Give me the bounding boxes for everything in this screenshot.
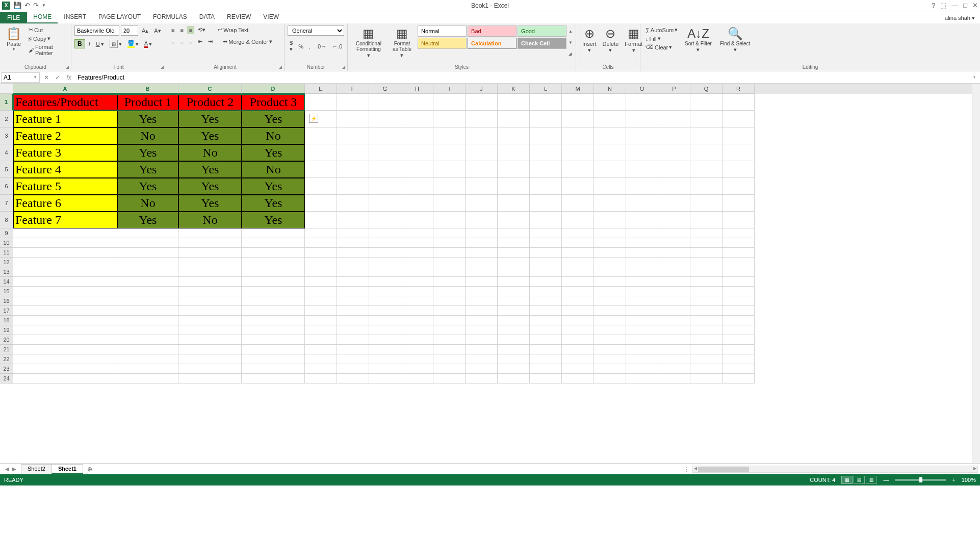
cell-Q1[interactable] bbox=[690, 94, 723, 111]
zoom-level[interactable]: 100% bbox=[962, 477, 976, 483]
cell-P7[interactable] bbox=[658, 195, 690, 212]
vertical-scrollbar[interactable] bbox=[972, 84, 980, 463]
cell-A6[interactable]: Feature 5 bbox=[13, 178, 117, 195]
cell-K22[interactable] bbox=[498, 354, 530, 364]
cell-M6[interactable] bbox=[562, 178, 594, 195]
cell-L24[interactable] bbox=[530, 374, 562, 383]
percent-button[interactable]: % bbox=[296, 42, 305, 50]
column-header-J[interactable]: J bbox=[466, 84, 498, 94]
cell-G22[interactable] bbox=[369, 354, 401, 364]
column-header-B[interactable]: B bbox=[117, 84, 178, 94]
cell-M1[interactable] bbox=[562, 94, 594, 111]
cell-B9[interactable] bbox=[117, 228, 178, 238]
cell-O7[interactable] bbox=[626, 195, 658, 212]
fill-color-button[interactable]: 🪣▾ bbox=[125, 39, 141, 49]
column-header-E[interactable]: E bbox=[305, 84, 337, 94]
cell-O15[interactable] bbox=[626, 287, 658, 296]
cell-H1[interactable] bbox=[401, 94, 433, 111]
cell-F5[interactable] bbox=[337, 161, 369, 178]
page-break-view-button[interactable]: ▥ bbox=[866, 476, 877, 484]
cell-J23[interactable] bbox=[466, 364, 498, 374]
cancel-formula-icon[interactable]: ✕ bbox=[41, 74, 52, 81]
normal-view-button[interactable]: ▦ bbox=[841, 476, 853, 484]
cells-area[interactable]: Features/ProductProduct 1Product 2Produc… bbox=[13, 94, 972, 463]
cell-D11[interactable] bbox=[242, 248, 305, 258]
cell-I11[interactable] bbox=[433, 248, 466, 258]
cell-O21[interactable] bbox=[626, 345, 658, 354]
cell-K16[interactable] bbox=[498, 296, 530, 306]
minimize-icon[interactable]: — bbox=[951, 2, 958, 9]
cell-B15[interactable] bbox=[117, 287, 178, 296]
cell-Q18[interactable] bbox=[690, 316, 723, 325]
cell-C6[interactable]: Yes bbox=[178, 178, 242, 195]
cell-O16[interactable] bbox=[626, 296, 658, 306]
formula-input[interactable] bbox=[74, 74, 969, 81]
cell-D1[interactable]: Product 3 bbox=[242, 94, 305, 111]
cell-P11[interactable] bbox=[658, 248, 690, 258]
cell-K24[interactable] bbox=[498, 374, 530, 383]
font-launcher-icon[interactable]: ◢ bbox=[161, 65, 164, 69]
cell-D7[interactable]: Yes bbox=[242, 195, 305, 212]
cell-P8[interactable] bbox=[658, 212, 690, 228]
cell-D10[interactable] bbox=[242, 238, 305, 248]
align-top-button[interactable]: ≡ bbox=[169, 26, 176, 34]
align-middle-button[interactable]: ≡ bbox=[178, 26, 185, 34]
cell-O24[interactable] bbox=[626, 374, 658, 383]
cell-N14[interactable] bbox=[594, 277, 626, 287]
close-icon[interactable]: ✕ bbox=[972, 2, 978, 9]
bold-button[interactable]: B bbox=[74, 39, 85, 48]
cell-R5[interactable] bbox=[723, 161, 755, 178]
cell-N11[interactable] bbox=[594, 248, 626, 258]
cell-Q16[interactable] bbox=[690, 296, 723, 306]
row-header-8[interactable]: 8 bbox=[0, 212, 13, 228]
cell-I23[interactable] bbox=[433, 364, 466, 374]
italic-button[interactable]: I bbox=[87, 40, 92, 48]
cell-G12[interactable] bbox=[369, 258, 401, 267]
cell-M15[interactable] bbox=[562, 287, 594, 296]
cell-N10[interactable] bbox=[594, 238, 626, 248]
cell-Q19[interactable] bbox=[690, 325, 723, 335]
cell-E21[interactable] bbox=[305, 345, 337, 354]
cell-M14[interactable] bbox=[562, 277, 594, 287]
save-icon[interactable]: 💾 bbox=[13, 2, 21, 9]
conditional-formatting-button[interactable]: ▦Conditional Formatting▾ bbox=[351, 25, 386, 60]
cell-A21[interactable] bbox=[13, 345, 117, 354]
cell-L23[interactable] bbox=[530, 364, 562, 374]
cell-F19[interactable] bbox=[337, 325, 369, 335]
cell-F23[interactable] bbox=[337, 364, 369, 374]
cell-G10[interactable] bbox=[369, 238, 401, 248]
cell-O23[interactable] bbox=[626, 364, 658, 374]
cell-C24[interactable] bbox=[178, 374, 242, 383]
cell-N12[interactable] bbox=[594, 258, 626, 267]
merge-center-button[interactable]: ⬌Merge & Center ▾ bbox=[221, 37, 274, 46]
cell-I13[interactable] bbox=[433, 267, 466, 277]
cell-K3[interactable] bbox=[498, 127, 530, 144]
cell-E17[interactable] bbox=[305, 306, 337, 316]
column-header-M[interactable]: M bbox=[562, 84, 594, 94]
cell-P12[interactable] bbox=[658, 258, 690, 267]
zoom-out-button[interactable]: — bbox=[883, 477, 889, 483]
wrap-text-button[interactable]: ↩Wrap Text bbox=[216, 25, 250, 34]
cell-Q22[interactable] bbox=[690, 354, 723, 364]
cell-J15[interactable] bbox=[466, 287, 498, 296]
cell-H2[interactable] bbox=[401, 111, 433, 127]
cell-F20[interactable] bbox=[337, 335, 369, 345]
row-header-14[interactable]: 14 bbox=[0, 277, 13, 287]
cell-C10[interactable] bbox=[178, 238, 242, 248]
cell-G6[interactable] bbox=[369, 178, 401, 195]
cell-A1[interactable]: Features/Product bbox=[13, 94, 117, 111]
cell-L3[interactable] bbox=[530, 127, 562, 144]
page-layout-view-button[interactable]: ▤ bbox=[854, 476, 865, 484]
cell-E19[interactable] bbox=[305, 325, 337, 335]
cell-F6[interactable] bbox=[337, 178, 369, 195]
cell-D21[interactable] bbox=[242, 345, 305, 354]
cell-E5[interactable] bbox=[305, 161, 337, 178]
style-bad[interactable]: Bad bbox=[468, 25, 517, 37]
cell-N19[interactable] bbox=[594, 325, 626, 335]
cell-E24[interactable] bbox=[305, 374, 337, 383]
cell-L19[interactable] bbox=[530, 325, 562, 335]
cell-K21[interactable] bbox=[498, 345, 530, 354]
row-header-13[interactable]: 13 bbox=[0, 267, 13, 277]
cell-B5[interactable]: Yes bbox=[117, 161, 178, 178]
cell-C23[interactable] bbox=[178, 364, 242, 374]
